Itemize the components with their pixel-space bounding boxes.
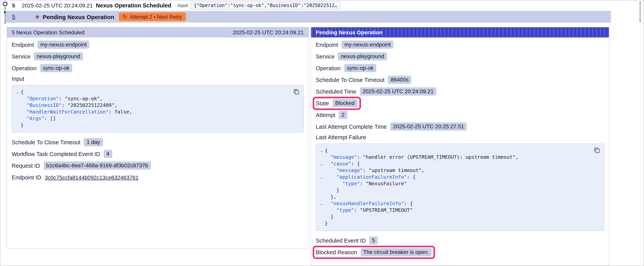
field-row: Scheduled Time 2025-02-25 UTC 20:24:09.2… — [316, 87, 436, 96]
code-gutter — [318, 213, 325, 220]
pending-operation-row[interactable]: 5 ✳ Pending Nexus Operation ↻ Attempt 2 … — [6, 11, 611, 23]
code-gutter — [14, 122, 21, 128]
endpoint-id-link[interactable]: 3c0c75ccfa8144b092c13ce632463761 — [45, 174, 138, 180]
field-label: Attempt — [316, 112, 335, 118]
field-label: Operation — [316, 65, 340, 71]
field-row: Blocked Reason The circuit breaker is op… — [316, 248, 432, 256]
field-label: Scheduled Event ID — [316, 237, 366, 243]
retry-attempt-badge: ↻ Attempt 2 • Next Retry — [119, 13, 186, 21]
field-value-chip: 5 — [369, 236, 378, 244]
timeline-open-node-icon — [3, 2, 8, 6]
field-row: Last Attempt Complete Time 2025-02-25 UT… — [316, 122, 467, 131]
code-gutter — [318, 207, 325, 213]
field-row: Schedule To Close Timeout 86400s — [316, 76, 411, 84]
json-collapse-toggle-icon[interactable]: ⌄ — [318, 174, 325, 180]
retry-icon: ↻ — [123, 14, 127, 20]
field-label: Request ID — [12, 162, 40, 169]
field-label: Operation — [12, 65, 36, 71]
code-gutter — [14, 95, 21, 102]
scheduled-event-panel: 5 Nexus Operation Scheduled 2025-02-25 U… — [7, 27, 309, 248]
right-dotted-rail — [640, 2, 640, 22]
event-input-preview[interactable]: {"Operation":"sync-op-ok","BusinessID":"… — [191, 2, 340, 9]
field-label: Service — [316, 53, 335, 60]
field-label: Endpoint — [12, 42, 34, 48]
scheduled-fields-top: Endpoint my-nexus-endpoint Service nexus… — [12, 41, 304, 72]
json-collapse-toggle-icon[interactable]: ⌄ — [318, 200, 325, 207]
timeline-connector — [5, 7, 6, 10]
field-value-chip: sync-op-ok — [40, 64, 72, 72]
pending-operation-panel: Pending Nexus Operation Endpoint my-nexu… — [311, 27, 609, 265]
field-row: Endpoint my-nexus-endpoint — [12, 41, 90, 49]
field-value-chip: 2 — [339, 111, 347, 119]
field-value-chip: 1 day — [84, 138, 103, 146]
field-value-chip: 4 — [104, 150, 112, 158]
event-timestamp: 2025-02-25 UTC 20:24:09.21 — [22, 2, 93, 9]
field-row: Operation sync-op-ok — [12, 64, 72, 72]
field-label: Blocked Reason — [316, 249, 357, 255]
field-label: Last Attempt Complete Time — [316, 123, 387, 130]
code-gutter — [14, 108, 21, 115]
screenshot-root: 5 2025-02-25 UTC 20:24:09.21 Nexus Opera… — [0, 0, 644, 266]
code-gutter — [14, 102, 21, 108]
field-value-chip: Blocked — [332, 99, 358, 107]
field-label: Workflow Task Completed Event ID — [12, 151, 100, 157]
copy-icon — [293, 88, 300, 95]
field-label: Service — [12, 53, 30, 60]
field-label: State — [316, 100, 329, 106]
field-value-chip: 86400s — [388, 76, 412, 84]
code-gutter — [318, 193, 325, 200]
copy-icon — [593, 147, 600, 154]
scheduled-panel-body: Endpoint my-nexus-endpoint Service nexus… — [7, 38, 308, 190]
failure-json-viewer: ⌄{"message": "handler error (UPSTREAM_TI… — [316, 144, 604, 231]
field-value-chip: my-nexus-endpoint — [38, 41, 90, 49]
field-value-chip: 2025-02-25 UTC 20:24:09.21 — [360, 87, 436, 96]
copy-button[interactable] — [593, 147, 600, 154]
event-title: Nexus Operation Scheduled — [96, 2, 171, 9]
field-label: Scheduled Time — [316, 88, 356, 95]
pending-fields-top: Endpoint my-nexus-endpoint Service nexus… — [316, 41, 604, 131]
field-value-chip: sync-op-ok — [344, 64, 376, 72]
json-collapse-toggle-icon[interactable]: ⌄ — [318, 160, 325, 167]
pending-event-id-link[interactable]: 5 — [12, 14, 15, 20]
endpoint-id-row: Endpoint ID 3c0c75ccfa8144b092c13ce63246… — [12, 173, 138, 181]
field-label: Endpoint — [316, 42, 338, 48]
code-gutter — [318, 167, 325, 174]
event-id-link[interactable]: 5 — [12, 2, 15, 9]
field-value-chip: nexus-playground — [338, 52, 387, 61]
field-row: Scheduled Event ID 5 — [316, 236, 378, 244]
field-value-chip: 2025-02-25 UTC 20:25:27.51 — [390, 122, 467, 131]
field-label: Schedule To Close Timeout — [12, 139, 80, 145]
scheduled-panel-title: 5 Nexus Operation Scheduled — [12, 29, 84, 36]
copy-button[interactable] — [293, 88, 300, 95]
field-row: Operation sync-op-ok — [316, 64, 376, 72]
pending-panel-body: Endpoint my-nexus-endpoint Service nexus… — [311, 38, 609, 265]
field-row: Schedule To Close Timeout 1 day — [12, 138, 103, 146]
scheduled-panel-timestamp: 2025-02-25 UTC 20:24:09.21 — [233, 29, 304, 36]
event-input-label: Input — [178, 3, 188, 8]
field-label: Schedule To Close Timeout — [316, 77, 384, 83]
retry-badge-label: Attempt 2 • Next Retry — [130, 14, 182, 20]
json-collapse-toggle-icon[interactable]: ⌄ — [14, 89, 21, 95]
pending-panel-header[interactable]: Pending Nexus Operation — [311, 27, 609, 38]
pending-fields-bottom: Scheduled Event ID 5 Blocked Reason The … — [316, 236, 604, 256]
code-gutter — [318, 180, 325, 187]
field-value-chip: nexus-playground — [34, 52, 83, 61]
field-row: State Blocked — [316, 99, 357, 107]
json-collapse-toggle-icon[interactable]: ⌄ — [318, 147, 325, 154]
field-row: Service nexus-playground — [12, 52, 83, 61]
field-row: Attempt 2 — [316, 111, 347, 119]
code-gutter — [318, 187, 325, 193]
failure-section-label: Last Attempt Failure — [316, 134, 604, 140]
app-frame: 5 2025-02-25 UTC 20:24:09.21 Nexus Opera… — [0, 0, 644, 266]
field-value-chip: The circuit breaker is open. — [360, 248, 432, 256]
field-value-chip: b1c6a4bc-8ee7-468a-9169-df3b02c8737b — [44, 161, 151, 170]
event-history-row[interactable]: 5 2025-02-25 UTC 20:24:09.21 Nexus Opera… — [12, 1, 340, 11]
field-row: Workflow Task Completed Event ID 4 — [12, 150, 112, 158]
field-row: Request ID b1c6a4bc-8ee7-468a-9169-df3b0… — [12, 161, 151, 170]
field-value-chip: my-nexus-endpoint — [342, 41, 394, 49]
field-row: Service nexus-playground — [316, 52, 387, 61]
input-json-viewer: ⌄{"Operation": "sync-op-ok","BusinessID"… — [12, 85, 304, 133]
scheduled-event-panel-header[interactable]: 5 Nexus Operation Scheduled 2025-02-25 U… — [7, 27, 308, 38]
input-section-label: Input — [12, 76, 304, 82]
field-label: Endpoint ID — [12, 174, 41, 180]
